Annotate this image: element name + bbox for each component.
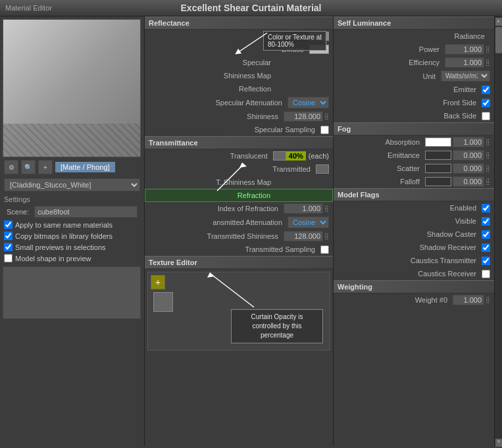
visible-row: Visible (334, 214, 494, 228)
falloff-input[interactable] (453, 176, 484, 187)
transmitted-attenuation-row: ansmitted Attenuation Cosine (145, 215, 333, 230)
ambient-row: Ambient (145, 30, 333, 43)
transmitted-sampling-checkbox[interactable] (320, 245, 329, 254)
material-preview[interactable] (3, 19, 141, 157)
model-flags-header: Model Flags (334, 188, 494, 201)
scene-label: Scene: (7, 208, 34, 216)
texture-slot[interactable] (153, 292, 173, 312)
right-scrollbar[interactable]: ▲ ▼ (494, 16, 502, 446)
checkbox-apply-same: Apply to same name materials (3, 219, 141, 230)
shininess-input[interactable] (284, 111, 323, 122)
caustics-transmitter-row: Caustics Transmitter (334, 254, 494, 267)
caustics-receiver-checkbox[interactable] (482, 270, 490, 278)
emittance-input[interactable] (453, 150, 484, 161)
checkbox-copy-bitmaps-input[interactable] (4, 232, 13, 240)
falloff-row: Falloff ⣿ (334, 175, 494, 188)
checkbox-model-shape-label: Model shape in preview (15, 255, 91, 262)
specular-sampling-checkbox[interactable] (320, 126, 329, 134)
transmitted-row: Transmitted (145, 162, 333, 176)
fog-header: Fog (334, 122, 494, 136)
texture-editor-header: Texture Editor (145, 256, 333, 269)
settings-icon[interactable]: ⚙ (4, 160, 18, 174)
unit-row: Unit Watts/sr/m2 (334, 69, 494, 83)
absorption-input[interactable] (453, 137, 484, 147)
enabled-label: Enabled (338, 204, 482, 212)
checkbox-copy-bitmaps: Copy bitmaps in library folders (3, 230, 141, 241)
scrollbar-thumb[interactable] (495, 27, 502, 53)
scene-input[interactable] (34, 206, 138, 218)
transmitted-attenuation-dropdown[interactable]: Cosine (288, 216, 329, 228)
transmitted-sampling-row: Transmitted Sampling (145, 243, 333, 256)
shadow-caster-checkbox[interactable] (482, 230, 490, 239)
emittance-swatch[interactable] (425, 151, 451, 160)
weight0-row: Weight #0 ⣿ (334, 293, 494, 307)
library-dropdown[interactable]: [Cladding_Stucco_White] (4, 178, 140, 191)
power-drag-icon: ⣿ (486, 46, 490, 53)
transmitted-shininess-input[interactable] (284, 231, 323, 241)
shadow-receiver-checkbox[interactable] (482, 243, 490, 252)
falloff-label: Falloff (338, 178, 425, 186)
scatter-swatch[interactable] (425, 164, 451, 173)
transmitted-shininess-row: Transmitted Shininess ⣿ (145, 230, 333, 243)
specular-attenuation-dropdown[interactable]: Cosine (288, 97, 329, 109)
index-of-refraction-input[interactable] (284, 203, 323, 214)
checkbox-small-previews: Small previews in selections (3, 241, 141, 253)
emitter-checkbox[interactable] (482, 86, 490, 94)
caustics-receiver-label: Caustics Receiver (338, 270, 482, 278)
efficiency-input[interactable] (445, 57, 484, 68)
specular-attenuation-row: Specular Attenuation Cosine (145, 95, 333, 110)
material-type-badge[interactable]: [Matte / Phong] (55, 162, 115, 172)
back-side-row: Back Side (334, 109, 494, 122)
diffuse-row: Diffuse (145, 43, 333, 56)
right-column: Self Luminance Radiance Power ⣿ Efficien… (333, 16, 494, 446)
ambient-swatch[interactable] (309, 32, 329, 41)
caustics-transmitter-checkbox[interactable] (482, 257, 490, 265)
visible-checkbox[interactable] (482, 217, 490, 226)
checkbox-small-previews-input[interactable] (4, 243, 13, 251)
weight0-input[interactable] (453, 295, 484, 305)
checkbox-apply-same-label: Apply to same name materials (15, 221, 113, 229)
title-bar: Material Editor Excellent Shear Curtain … (0, 0, 502, 16)
absorption-swatch[interactable] (425, 137, 451, 147)
emittance-row: Emittance ⣿ (334, 149, 494, 162)
checkbox-apply-same-input[interactable] (4, 220, 13, 229)
transmitted-sampling-label: Transmitted Sampling (149, 245, 320, 253)
refraction-row: Refraction (145, 189, 333, 202)
falloff-swatch[interactable] (425, 177, 451, 186)
svg-line-3 (211, 274, 254, 307)
shininess-map-label: Shininess Map (149, 72, 276, 80)
texture-add-button[interactable]: + (151, 275, 165, 289)
unit-dropdown[interactable]: Watts/sr/m2 (441, 70, 490, 82)
percent-badge: 40% (286, 151, 306, 161)
enabled-checkbox[interactable] (482, 204, 490, 212)
scatter-input[interactable] (453, 163, 484, 174)
shininess-label: Shininess (149, 112, 284, 120)
power-input[interactable] (445, 44, 484, 55)
t-shininess-map-row: T. Shininess Map (145, 176, 333, 189)
diffuse-swatch[interactable] (309, 45, 329, 54)
weighting-header: Weighting (334, 280, 494, 293)
shininess-row: Shininess ⣿ (145, 110, 333, 123)
window-title: Excellent Shear Curtain Material (84, 3, 418, 13)
back-side-checkbox[interactable] (482, 112, 490, 120)
transmitted-label: Transmitted (149, 165, 316, 173)
translucent-label: Translucent (149, 152, 273, 160)
checkbox-model-shape-input[interactable] (4, 254, 13, 262)
transmittance-container: Translucent 40% (each) (145, 149, 333, 162)
transmitted-swatch[interactable] (316, 164, 329, 174)
scatter-drag-icon: ⣿ (486, 165, 490, 172)
add-material-icon[interactable]: + (38, 160, 53, 174)
ts-drag-icon: ⣿ (324, 233, 329, 239)
weight0-drag-icon: ⣿ (486, 297, 490, 303)
zoom-icon[interactable]: 🔍 (21, 160, 36, 174)
scene-row: Scene: (3, 205, 141, 219)
checkbox-small-previews-label: Small previews in selections (15, 243, 106, 251)
transmitted-attenuation-label: ansmitted Attenuation (149, 218, 288, 226)
front-side-checkbox[interactable] (482, 99, 490, 107)
reflection-label: Reflection (149, 85, 276, 93)
refraction-label: Refraction (149, 191, 276, 199)
shadow-caster-row: Shadow Caster (334, 228, 494, 241)
specular-attenuation-label: Specular Attenuation (149, 99, 288, 107)
specular-sampling-label: Specular Sampling (149, 126, 320, 134)
translucent-swatch[interactable] (273, 151, 286, 161)
